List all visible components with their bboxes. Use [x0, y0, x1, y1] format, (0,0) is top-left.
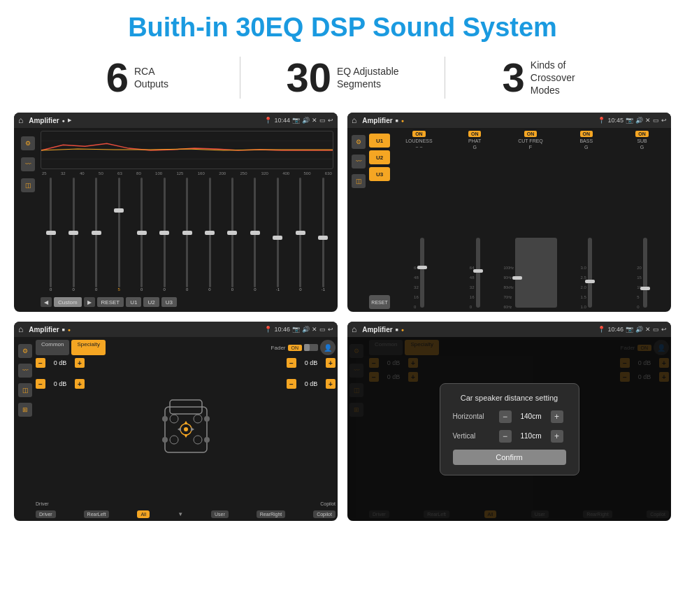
eq-wave-icon[interactable]: 〰: [21, 157, 35, 171]
speaker-x-icon[interactable]: ✕: [645, 326, 651, 333]
amp2-cutfreq-on[interactable]: ON: [524, 131, 538, 137]
fader-x-icon[interactable]: ✕: [312, 326, 317, 333]
fader-home-icon[interactable]: ⌂: [18, 324, 23, 334]
amp2-home-icon[interactable]: ⌂: [352, 115, 356, 125]
fader-plus-1[interactable]: +: [75, 358, 85, 368]
fader-down-arrow[interactable]: ▼: [178, 510, 183, 518]
amp2-phat-on[interactable]: ON: [468, 131, 482, 137]
speaker-back-icon[interactable]: ↩: [661, 326, 667, 333]
eq-time: 10:44: [274, 117, 290, 124]
fader-btn-user[interactable]: User: [211, 510, 229, 518]
eq-custom-button[interactable]: Custom: [54, 297, 82, 307]
fader-on-badge[interactable]: ON: [288, 345, 303, 351]
eq-slider-8[interactable]: 0: [222, 178, 243, 292]
fader-back-icon[interactable]: ↩: [328, 326, 333, 333]
fader-status-title: Amplifier: [29, 326, 59, 334]
fader-filter-icon[interactable]: ⚙: [18, 344, 32, 358]
fader-expand-icon[interactable]: ⊞: [18, 403, 32, 417]
amp2-wave-icon[interactable]: 〰: [352, 155, 366, 169]
car-diagram: [154, 389, 217, 466]
amp2-sub-on[interactable]: ON: [635, 131, 649, 137]
speaker-volume-icon: 🔊: [635, 326, 643, 333]
fader-db-row-2: − 0 dB +: [36, 379, 85, 389]
speaker-home-icon[interactable]: ⌂: [352, 324, 356, 334]
eq-reset-button[interactable]: RESET: [97, 297, 124, 307]
fader-tab-specialty[interactable]: Specialty: [71, 340, 105, 355]
modal-horizontal-minus[interactable]: −: [499, 410, 512, 423]
eq-slider-9[interactable]: 0: [245, 178, 265, 292]
fader-btn-copilot[interactable]: Copilot: [313, 510, 336, 518]
eq-slider-12[interactable]: -1: [313, 178, 333, 292]
fader-plus-3[interactable]: +: [326, 358, 336, 368]
modal-vertical-minus[interactable]: −: [499, 430, 512, 443]
fader-wave-icon[interactable]: 〰: [18, 364, 32, 378]
amp2-reset-btn[interactable]: RESET: [369, 295, 390, 309]
eq-slider-10[interactable]: -1: [268, 178, 288, 292]
eq-slider-11[interactable]: 0: [290, 178, 310, 292]
fader-minus-2[interactable]: −: [36, 379, 45, 389]
fader-btn-driver[interactable]: Driver: [36, 510, 56, 518]
eq-slider-0[interactable]: 0: [41, 178, 61, 292]
modal-confirm-button[interactable]: Confirm: [453, 450, 566, 465]
stat-rca: 6 RCA Outputs: [42, 57, 233, 98]
fader-btn-rearleft[interactable]: RearLeft: [84, 510, 110, 518]
eq-slider-2[interactable]: 0: [86, 178, 106, 292]
eq-filter-icon[interactable]: ⚙: [21, 136, 35, 150]
eq-x-icon[interactable]: ✕: [312, 117, 317, 124]
amp2-u2-btn[interactable]: U2: [369, 150, 390, 164]
eq-slider-6[interactable]: 0: [177, 178, 197, 292]
fader-plus-2[interactable]: +: [75, 379, 85, 389]
fader-screen-card: ⌂ Amplifier ■ ● 📍 10:46 📷 🔊 ✕ ▭ ↩ ⚙ 〰 ◫ …: [14, 322, 338, 521]
eq-u1-button[interactable]: U1: [126, 297, 141, 307]
fader-btn-all[interactable]: All: [137, 510, 150, 518]
fader-tab-common[interactable]: Common: [36, 340, 69, 355]
amp2-filter-icon[interactable]: ⚙: [352, 135, 366, 149]
speaker-modal-box: Car speaker distance setting Horizontal …: [440, 383, 579, 475]
modal-vertical-plus[interactable]: +: [551, 430, 563, 443]
amp2-loudness-on[interactable]: ON: [412, 131, 426, 137]
amp2-vol-icon[interactable]: ◫: [352, 174, 366, 188]
modal-horizontal-plus[interactable]: +: [551, 410, 563, 423]
eq-home-icon[interactable]: ⌂: [18, 115, 23, 125]
eq-freq-labels: 2532405063 80100125160200 25032040050063…: [41, 171, 333, 176]
speaker-modal-overlay: Car speaker distance setting Horizontal …: [347, 337, 671, 521]
svg-point-15: [162, 416, 168, 422]
svg-point-5: [170, 415, 178, 423]
eq-slider-5[interactable]: 0: [154, 178, 174, 292]
amp2-x-icon[interactable]: ✕: [645, 117, 651, 124]
eq-prev-button[interactable]: ◀: [41, 297, 52, 307]
eq-u3-button[interactable]: U3: [161, 297, 177, 307]
amp2-volume-icon: 🔊: [635, 117, 643, 124]
eq-u2-button[interactable]: U2: [143, 297, 159, 307]
fader-minus-1[interactable]: −: [36, 358, 45, 368]
amp2-bass-on[interactable]: ON: [580, 131, 593, 137]
fader-user-icon[interactable]: 👤: [320, 340, 336, 355]
eq-slider-7[interactable]: 0: [199, 178, 219, 292]
svg-marker-13: [178, 427, 181, 431]
speaker-location-icon: 📍: [598, 326, 605, 333]
fader-btn-rearright[interactable]: RearRight: [257, 510, 286, 518]
eq-slider-3[interactable]: 5: [108, 178, 129, 292]
amp2-controls: ON LOUDNESS −~ 644832160: [392, 131, 669, 309]
fader-minus-3[interactable]: −: [287, 358, 296, 368]
fader-plus-4[interactable]: +: [326, 379, 336, 389]
amp2-dot2: ●: [401, 118, 404, 123]
eq-window-icon: ▭: [319, 117, 326, 124]
eq-slider-4[interactable]: 0: [131, 178, 152, 292]
eq-next-button[interactable]: ▶: [84, 297, 95, 307]
eq-status-bar: ⌂ Amplifier ● ▶ 📍 10:44 📷 🔊 ✕ ▭ ↩: [14, 113, 338, 128]
fader-center: [89, 358, 282, 497]
stat-rca-number: 6: [106, 57, 129, 98]
fader-minus-4[interactable]: −: [287, 379, 296, 389]
amp2-back-icon[interactable]: ↩: [661, 117, 667, 124]
modal-horizontal-label: Horizontal: [453, 413, 495, 420]
eq-screen-body: ⚙ 〰 ◫ 2: [14, 128, 338, 312]
fader-bottom-buttons: Driver RearLeft All ▼ User RearRight Cop…: [36, 510, 336, 518]
fader-vol-icon[interactable]: ◫: [18, 383, 32, 397]
amp2-u1-btn[interactable]: U1: [369, 134, 390, 148]
eq-volume-ctrl-icon[interactable]: ◫: [21, 178, 35, 192]
eq-back-icon[interactable]: ↩: [328, 117, 333, 124]
eq-slider-1[interactable]: 0: [63, 178, 83, 292]
amp2-u3-btn[interactable]: U3: [369, 167, 390, 181]
eq-status-icons: 📍 10:44 📷 🔊 ✕ ▭ ↩: [264, 117, 333, 124]
